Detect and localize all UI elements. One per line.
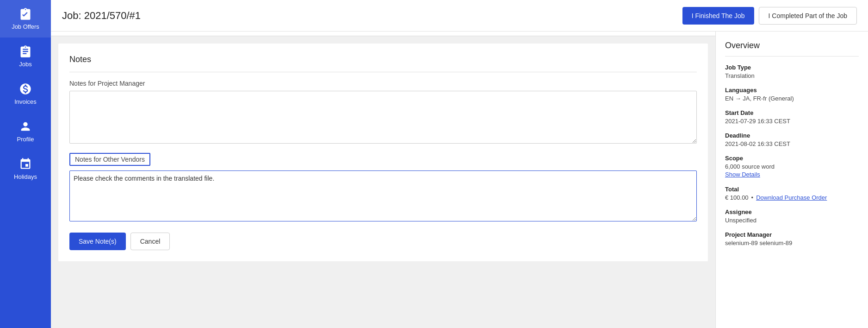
notes-pm-textarea[interactable]	[69, 91, 697, 144]
sidebar-item-profile-label: Profile	[17, 136, 34, 143]
overview-deadline-value: 2021-08-02 16:33 CEST	[725, 140, 859, 147]
sidebar: Job Offers Jobs Invoices Profile Holiday…	[0, 0, 51, 328]
overview-total-row: € 100.00 • Download Purchase Order	[725, 194, 859, 201]
top-bar	[51, 32, 715, 36]
sidebar-item-holidays[interactable]: Holidays	[0, 150, 51, 188]
person-icon	[19, 120, 32, 133]
overview-languages-label: Languages	[725, 87, 859, 94]
overview-total-label: Total	[725, 186, 859, 193]
main-content: Job: 2021/570/#1 I Finished The Job I Co…	[51, 0, 868, 328]
overview-start-date-label: Start Date	[725, 109, 859, 116]
cancel-button[interactable]: Cancel	[130, 233, 170, 250]
completed-part-button[interactable]: I Completed Part of the Job	[759, 7, 857, 25]
overview-deadline: Deadline 2021-08-02 16:33 CEST	[725, 132, 859, 147]
main-panel: Notes Notes for Project Manager Notes fo…	[51, 32, 715, 328]
overview-job-type-label: Job Type	[725, 64, 859, 71]
overview-job-type: Job Type Translation	[725, 64, 859, 79]
overview-assignee: Assignee Unspecified	[725, 208, 859, 224]
clipboard-icon	[19, 7, 32, 20]
overview-scope-value: 6,000 source word	[725, 163, 859, 170]
page-title: Job: 2021/570/#1	[62, 10, 141, 22]
download-purchase-order-link[interactable]: Download Purchase Order	[756, 194, 827, 201]
sidebar-item-job-offers[interactable]: Job Offers	[0, 0, 51, 38]
check-clipboard-icon	[19, 45, 32, 58]
overview-total-value: € 100.00	[725, 194, 749, 201]
overview-total-separator: •	[751, 194, 754, 201]
notes-actions: Save Note(s) Cancel	[69, 233, 697, 250]
save-notes-button[interactable]: Save Note(s)	[69, 233, 126, 250]
overview-project-manager: Project Manager selenium-89 selenium-89	[725, 231, 859, 246]
overview-languages-value: EN → JA, FR-fr (General)	[725, 95, 859, 102]
overview-job-type-value: Translation	[725, 72, 859, 79]
notes-section: Notes Notes for Project Manager Notes fo…	[58, 44, 708, 261]
overview-languages: Languages EN → JA, FR-fr (General)	[725, 87, 859, 102]
sidebar-item-jobs[interactable]: Jobs	[0, 38, 51, 75]
notes-pm-label: Notes for Project Manager	[69, 80, 697, 87]
overview-pm-value: selenium-89 selenium-89	[725, 240, 859, 246]
overview-start-date: Start Date 2021-07-29 16:33 CEST	[725, 109, 859, 125]
sidebar-item-profile[interactable]: Profile	[0, 113, 51, 150]
notes-vendor-textarea[interactable]: Please check the comments in the transla…	[69, 170, 697, 221]
calendar-icon	[19, 158, 32, 170]
notes-vendor-group: Notes for Other Vendors Please check the…	[69, 145, 697, 223]
overview-deadline-label: Deadline	[725, 132, 859, 139]
sidebar-item-invoices-label: Invoices	[14, 98, 37, 105]
sidebar-item-invoices[interactable]: Invoices	[0, 75, 51, 113]
dollar-icon	[19, 82, 32, 95]
notes-vendor-label: Notes for Other Vendors	[69, 153, 150, 166]
notes-pm-group: Notes for Project Manager	[69, 80, 697, 145]
overview-assignee-label: Assignee	[725, 208, 859, 215]
header-actions: I Finished The Job I Completed Part of t…	[682, 7, 857, 25]
sidebar-item-holidays-label: Holidays	[14, 173, 37, 180]
header: Job: 2021/570/#1 I Finished The Job I Co…	[51, 0, 868, 32]
sidebar-item-job-offers-label: Job Offers	[12, 23, 39, 30]
sidebar-item-jobs-label: Jobs	[19, 61, 31, 68]
overview-pm-label: Project Manager	[725, 231, 859, 238]
overview-scope-label: Scope	[725, 155, 859, 162]
notes-section-title: Notes	[69, 55, 697, 72]
overview-panel: Overview Job Type Translation Languages …	[715, 32, 868, 328]
show-details-link[interactable]: Show Details	[725, 171, 760, 178]
overview-scope: Scope 6,000 source word Show Details	[725, 155, 859, 178]
overview-assignee-value: Unspecified	[725, 217, 859, 224]
finished-job-button[interactable]: I Finished The Job	[682, 7, 754, 25]
overview-start-date-value: 2021-07-29 16:33 CEST	[725, 118, 859, 125]
overview-title: Overview	[725, 41, 859, 57]
overview-total: Total € 100.00 • Download Purchase Order	[725, 186, 859, 201]
content-area: Notes Notes for Project Manager Notes fo…	[51, 32, 868, 328]
